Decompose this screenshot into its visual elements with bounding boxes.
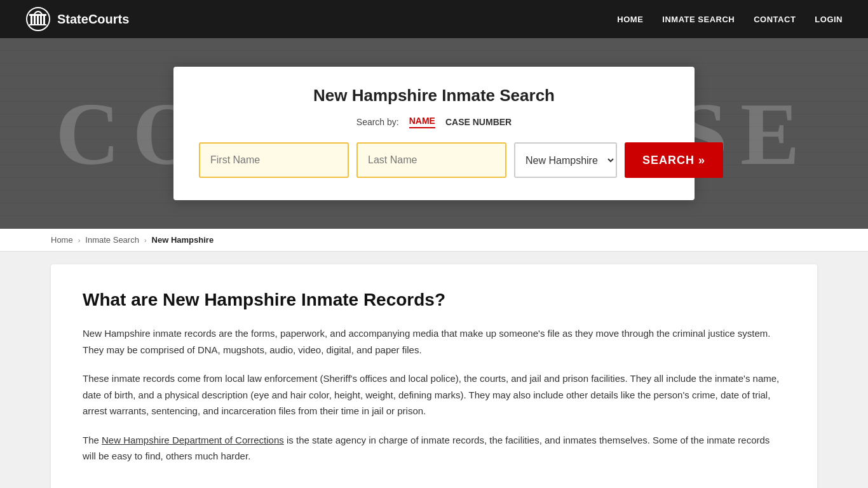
svg-rect-4: [40, 15, 42, 24]
tab-name[interactable]: NAME: [409, 116, 435, 128]
nh-dept-corrections-link[interactable]: New Hampshire Department of Corrections: [102, 435, 284, 445]
search-title: New Hampshire Inmate Search: [199, 86, 669, 105]
header: StateCourts HOME INMATE SEARCH CONTACT L…: [0, 0, 868, 38]
breadcrumb-home[interactable]: Home: [51, 235, 73, 245]
svg-rect-1: [31, 15, 32, 24]
svg-rect-2: [34, 15, 36, 24]
content-card: What are New Hampshire Inmate Records? N…: [51, 264, 817, 488]
last-name-input[interactable]: [356, 142, 506, 178]
svg-rect-5: [43, 15, 45, 24]
logo-icon: [25, 6, 51, 32]
tab-case-number[interactable]: CASE NUMBER: [445, 117, 512, 127]
breadcrumb: Home › Inmate Search › New Hampshire: [0, 229, 868, 252]
navigation: HOME INMATE SEARCH CONTACT LOGIN: [617, 15, 843, 24]
breadcrumb-inmate-search[interactable]: Inmate Search: [85, 235, 139, 245]
breadcrumb-current: New Hampshire: [152, 235, 214, 245]
search-inputs-row: New HampshireAlabamaAlaskaArizonaArkansa…: [199, 142, 669, 178]
search-button[interactable]: SEARCH »: [625, 142, 723, 178]
svg-rect-3: [37, 15, 39, 24]
state-select[interactable]: New HampshireAlabamaAlaskaArizonaArkansa…: [514, 142, 617, 178]
breadcrumb-sep-1: ›: [78, 236, 81, 244]
nav-home[interactable]: HOME: [617, 15, 643, 24]
logo[interactable]: StateCourts: [25, 6, 129, 32]
logo-text: StateCourts: [57, 12, 129, 27]
search-by-label: Search by:: [356, 117, 399, 127]
content-para-2: These inmate records come from local law…: [83, 370, 785, 419]
breadcrumb-sep-2: ›: [144, 236, 147, 244]
nav-contact[interactable]: CONTACT: [754, 15, 796, 24]
content-area: What are New Hampshire Inmate Records? N…: [0, 252, 868, 488]
svg-rect-6: [29, 14, 46, 16]
svg-rect-7: [29, 24, 46, 25]
search-card: New Hampshire Inmate Search Search by: N…: [173, 67, 695, 200]
content-title: What are New Hampshire Inmate Records?: [83, 290, 785, 310]
nav-inmate-search[interactable]: INMATE SEARCH: [662, 15, 735, 24]
search-by-row: Search by: NAME CASE NUMBER: [199, 116, 669, 128]
nav-login[interactable]: LOGIN: [815, 15, 843, 24]
content-para-3-prefix: The: [83, 435, 102, 445]
hero-section: COURTHOUSE New Hampshire Inmate Search S…: [0, 38, 868, 229]
content-para-1: New Hampshire inmate records are the for…: [83, 325, 785, 358]
first-name-input[interactable]: [199, 142, 349, 178]
content-para-3: The New Hampshire Department of Correcti…: [83, 432, 785, 464]
